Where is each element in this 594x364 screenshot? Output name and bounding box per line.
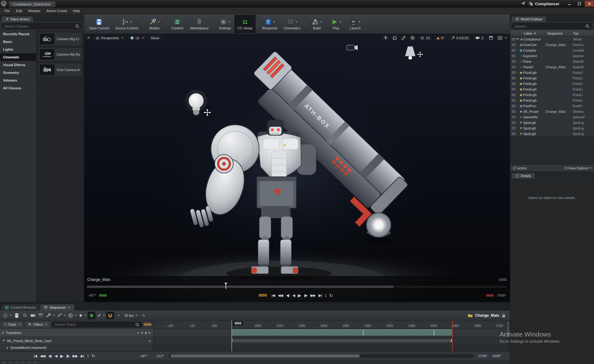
add-track-button[interactable]: + Track (2, 321, 24, 328)
animation-clip-bar[interactable] (231, 339, 452, 342)
outliner-row[interactable]: ▼SpotLighSpotLig (510, 125, 594, 131)
track-row-skeletal-mesh[interactable]: SK_Posed_Mesh_Body_low2 + (0, 337, 153, 345)
outliner-row[interactable]: ◈SK_PosedChange_MatsSkeleta (510, 109, 594, 114)
visibility-eye-icon[interactable] (511, 115, 516, 119)
viewport[interactable]: ATH-BOX (84, 34, 510, 302)
range-end-value[interactable]: 0988* (492, 354, 501, 358)
jump-back-button[interactable]: ◀◀ (276, 293, 284, 298)
filters-button[interactable]: Filters (25, 321, 50, 328)
outliner-column-header[interactable]: Label Sequence Typ (510, 30, 594, 36)
category-cinematic[interactable]: Cinematic (0, 53, 36, 61)
visibility-eye-icon[interactable] (511, 59, 516, 63)
settings-button[interactable]: Settings (215, 15, 235, 33)
lit-mode-button[interactable]: Lit (127, 35, 147, 41)
close-tab-icon[interactable]: ✕ (68, 306, 70, 309)
visibility-eye-icon[interactable] (511, 126, 516, 130)
snap-options-button[interactable] (114, 312, 122, 319)
modes-button[interactable]: Modes (145, 15, 164, 33)
visibility-eye-icon[interactable] (511, 37, 516, 41)
breadcrumb[interactable]: Change_Mats (475, 313, 499, 318)
visibility-eye-icon[interactable] (511, 121, 516, 125)
column-sequence[interactable]: Sequence (547, 32, 563, 35)
visibility-eye-icon[interactable] (511, 132, 516, 136)
step-forward-button[interactable]: |▶ (303, 293, 309, 298)
show-button[interactable]: Show (148, 35, 162, 41)
outliner-row[interactable]: ◉PointLighPointLi (510, 81, 594, 87)
menu-window[interactable]: Window (25, 8, 43, 14)
grid-snap-button[interactable]: 10 (418, 35, 432, 41)
place-actors-search-input[interactable] (5, 24, 73, 28)
loop-button[interactable]: ↻ (90, 353, 96, 358)
visibility-eye-icon[interactable] (511, 93, 516, 97)
menu-file[interactable]: File (1, 8, 13, 14)
timeline-vertical-scrollbar[interactable] (506, 320, 510, 351)
view-end-value[interactable]: 0748* (478, 354, 487, 358)
translate-gizmo-button[interactable] (382, 35, 390, 41)
track-search-input[interactable] (54, 323, 133, 326)
key-diamond-icon[interactable]: ◆ (145, 331, 147, 334)
playback-options-button[interactable] (67, 312, 77, 319)
timeline-playhead[interactable] (231, 320, 232, 351)
track-search[interactable] (52, 322, 142, 328)
allow-edits-button[interactable] (88, 312, 95, 319)
outliner-row[interactable]: ▼SpotLighSpotLig (510, 131, 594, 137)
build-button[interactable]: Build (307, 15, 326, 33)
next-key-icon[interactable]: ▶ (149, 331, 151, 334)
scrollbar-thumb[interactable] (507, 321, 509, 337)
view-start-value[interactable]: -212* (156, 354, 164, 358)
outliner-row[interactable]: ◉PointLighPointLi (510, 70, 594, 75)
to-end-button[interactable]: ▶| (79, 354, 85, 358)
menu-help[interactable]: Help (70, 8, 83, 14)
visibility-eye-icon[interactable] (511, 65, 516, 69)
expand-icon[interactable] (7, 347, 8, 349)
view-options-button[interactable]: View Options (568, 166, 588, 170)
visibility-eye-icon[interactable] (511, 87, 516, 91)
outliner-row[interactable]: ◉PointLighPointLi (510, 75, 594, 81)
outliner-row[interactable]: ≈ExponentExpone (510, 53, 594, 59)
add-key-icon[interactable]: + (149, 339, 151, 343)
visibility-eye-icon[interactable] (511, 76, 516, 80)
play-button[interactable]: Play (326, 15, 346, 33)
collapse-icon[interactable] (2, 340, 5, 341)
snap-toggle-button[interactable] (106, 312, 114, 319)
viewport-layout-button[interactable] (496, 35, 509, 41)
jump-forward-button[interactable]: ▶▶ (309, 293, 317, 298)
tab-world-outliner[interactable]: World Outliner (511, 16, 546, 22)
overlay-timeline-bar[interactable] (87, 285, 507, 288)
cinematics-button[interactable]: Cinematics (281, 15, 303, 33)
outliner-row[interactable]: ▤CineCamChange_MatsCineCa (510, 42, 594, 48)
category-volumes[interactable]: Volumes (0, 77, 36, 84)
column-type[interactable]: Typ (573, 32, 579, 35)
tab-details[interactable]: Details (511, 173, 535, 179)
keyframe-settings-button[interactable] (45, 312, 56, 319)
step-forward-button[interactable]: |▶ (65, 354, 71, 358)
lock-icon[interactable] (502, 313, 506, 318)
menu-edit[interactable]: Edit (13, 8, 25, 14)
outliner-search-input[interactable] (515, 24, 583, 28)
outliner-row[interactable]: ▱Plane2Change_MatsStaticM (510, 64, 594, 70)
list-item-cine-camera[interactable]: Cine Camera A (38, 63, 82, 77)
outliner-row[interactable]: ▼SpotLighSpotLig (510, 120, 594, 125)
close-button[interactable] (585, 1, 594, 7)
visibility-eye-icon[interactable] (511, 104, 516, 108)
scrollbar-thumb[interactable] (170, 354, 360, 358)
playback-end-marker[interactable] (452, 320, 453, 351)
share-icon[interactable] (521, 1, 526, 6)
category-visual-effects[interactable]: Visual Effects (0, 61, 36, 69)
render-movie-button[interactable] (37, 312, 45, 319)
outliner-search[interactable] (512, 23, 592, 29)
timeline-ruler[interactable]: -180 -120 -060 0060 0120 0180 0240 0300 … (153, 320, 510, 329)
to-front-button[interactable]: |◀ (32, 354, 38, 358)
find-in-browser-button[interactable] (21, 312, 28, 319)
outliner-row[interactable]: ◉PointLighPointLi (510, 87, 594, 92)
rotation-snap-button[interactable]: 5° (434, 35, 447, 41)
create-camera-button[interactable] (29, 312, 37, 319)
menu-atoms-crowd[interactable]: Atoms Crowd (43, 8, 70, 14)
cc-setup-button[interactable]: CC Setup (235, 15, 256, 33)
maximize-button[interactable] (575, 1, 584, 7)
track-row-transform[interactable]: Transform + ◀ ◆ ▶ (0, 329, 153, 337)
to-front-button[interactable]: |◀ (270, 293, 276, 298)
prev-key-icon[interactable]: ◀ (141, 331, 143, 334)
curves-view-button[interactable]: ∿ (140, 312, 147, 319)
to-end-button[interactable]: ▶| (317, 293, 323, 298)
